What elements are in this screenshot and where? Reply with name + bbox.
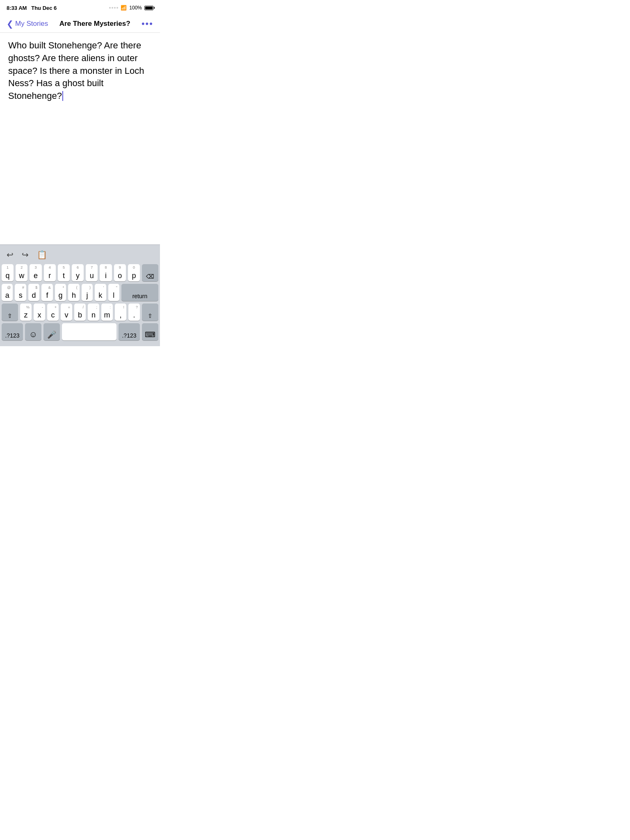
key-e[interactable]: 3e [30, 264, 41, 281]
key-u[interactable]: 7u [86, 264, 98, 281]
key-row-3: ⇧ %z -x +c =v /b ;n :m !, ?. ⇧ [2, 304, 158, 321]
key-n[interactable]: ;n [88, 304, 99, 321]
key-t[interactable]: 5t [58, 264, 70, 281]
status-right: 📶 100% [109, 5, 153, 11]
key-row-4: .?123 ☺ 🎤 .?123 ⌨ [2, 323, 158, 340]
key-v[interactable]: =v [61, 304, 72, 321]
mic-key[interactable]: 🎤 [43, 323, 60, 340]
page-title: Are There Mysteries? [59, 20, 130, 28]
undo-button[interactable]: ↩ [7, 250, 14, 260]
symbol-right-key[interactable]: .?123 [119, 323, 140, 340]
keyboard-container: ↩ ↪ 📋 1q 2w 3e 4r 5t 6y 7u 8i 9o 0p ⌫ @a… [0, 244, 160, 346]
back-label: My Stories [15, 20, 48, 28]
key-s[interactable]: #s [15, 284, 26, 301]
text-cursor [62, 91, 63, 101]
key-l[interactable]: "l [108, 284, 119, 301]
key-d[interactable]: $d [28, 284, 39, 301]
story-text[interactable]: Who built Stonehenge? Are there ghosts? … [8, 39, 152, 103]
key-b[interactable]: /b [74, 304, 86, 321]
shift-right-key[interactable]: ⇧ [142, 304, 158, 321]
key-w[interactable]: 2w [16, 264, 27, 281]
key-x[interactable]: -x [34, 304, 45, 321]
chevron-left-icon: ❮ [7, 20, 14, 28]
status-time: 8:33 AM Thu Dec 6 [7, 5, 57, 11]
key-row-1: 1q 2w 3e 4r 5t 6y 7u 8i 9o 0p ⌫ [2, 264, 158, 281]
key-m[interactable]: :m [101, 304, 113, 321]
shift-left-key[interactable]: ⇧ [2, 304, 18, 321]
key-z[interactable]: %z [20, 304, 32, 321]
key-o[interactable]: 9o [114, 264, 126, 281]
wifi-icon: 📶 [121, 5, 127, 11]
battery-percent: 100% [129, 5, 142, 11]
more-icon: ••• [142, 18, 153, 29]
hide-keyboard-key[interactable]: ⌨ [142, 323, 158, 340]
key-i[interactable]: 8i [100, 264, 112, 281]
signal-icon [109, 7, 118, 9]
key-g[interactable]: *g [55, 284, 66, 301]
keyboard-toolbar: ↩ ↪ 📋 [0, 244, 160, 262]
emoji-key[interactable]: ☺ [25, 323, 41, 340]
key-period[interactable]: ?. [128, 304, 140, 321]
keyboard: 1q 2w 3e 4r 5t 6y 7u 8i 9o 0p ⌫ @a #s $d… [0, 262, 160, 346]
paste-button[interactable]: 📋 [37, 250, 47, 260]
key-k[interactable]: 'k [95, 284, 106, 301]
key-j[interactable]: )j [82, 284, 93, 301]
key-p[interactable]: 0p [128, 264, 140, 281]
key-comma[interactable]: !, [115, 304, 126, 321]
status-bar: 8:33 AM Thu Dec 6 📶 100% [0, 0, 160, 15]
back-button[interactable]: ❮ My Stories [7, 20, 48, 28]
key-f[interactable]: &f [41, 284, 52, 301]
key-r[interactable]: 4r [44, 264, 56, 281]
content-area[interactable]: Who built Stonehenge? Are there ghosts? … [0, 33, 160, 156]
symbol-left-key[interactable]: .?123 [2, 323, 23, 340]
space-key[interactable] [62, 323, 116, 340]
backspace-key[interactable]: ⌫ [142, 264, 158, 281]
battery-icon [144, 6, 153, 10]
key-y[interactable]: 6y [72, 264, 84, 281]
key-row-2: @a #s $d &f *g (h )j 'k "l return [2, 284, 158, 301]
redo-button[interactable]: ↪ [22, 250, 29, 260]
key-h[interactable]: (h [68, 284, 79, 301]
key-q[interactable]: 1q [2, 264, 14, 281]
return-key[interactable]: return [121, 284, 158, 301]
key-c[interactable]: +c [47, 304, 59, 321]
more-button[interactable]: ••• [142, 18, 153, 29]
key-a[interactable]: @a [2, 284, 13, 301]
nav-bar: ❮ My Stories Are There Mysteries? ••• [0, 15, 160, 33]
